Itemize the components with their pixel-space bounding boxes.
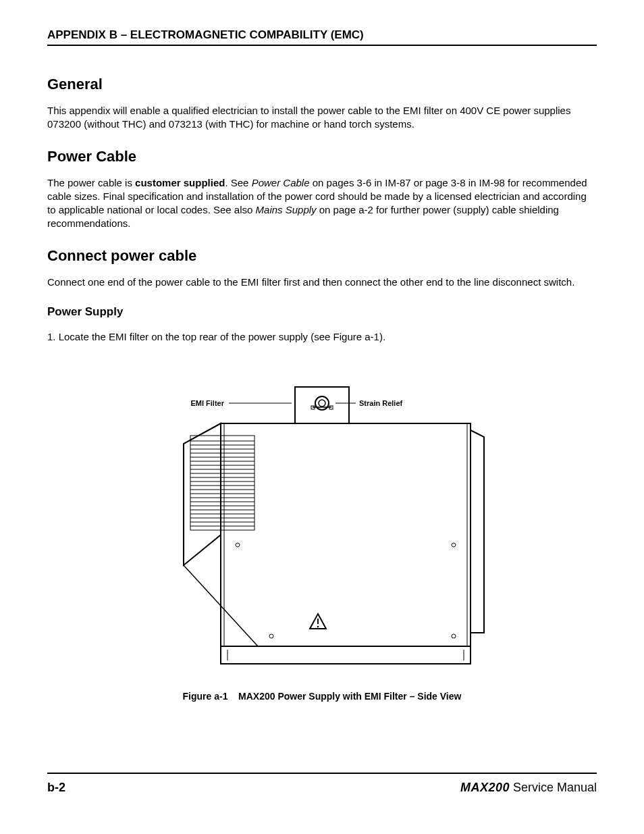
svg-point-3 (315, 396, 329, 410)
svg-point-41 (236, 543, 240, 547)
caption-prefix: Figure a-1 (183, 691, 228, 702)
svg-rect-2 (295, 387, 349, 423)
brand: MAX200 (460, 781, 510, 794)
paragraph-power-cable: The power cable is customer supplied. Se… (47, 176, 597, 231)
warning-icon (310, 614, 326, 629)
text-bold: customer supplied (135, 177, 225, 188)
svg-point-42 (452, 543, 456, 547)
svg-rect-11 (221, 646, 471, 664)
svg-point-47 (317, 625, 319, 627)
svg-point-4 (319, 400, 325, 407)
figure: EMI Filter Strain Relief (47, 383, 597, 702)
page-header: APPENDIX B – ELECTROMAGNETIC COMPABILITY… (47, 28, 597, 46)
heading-power-supply: Power Supply (47, 305, 597, 319)
list-item: Locate the EMI filter on the top rear of… (47, 331, 597, 342)
text-italic: Power Cable (252, 177, 310, 188)
figure-svg: EMI Filter Strain Relief (133, 383, 511, 673)
label-strain-relief: Strain Relief (359, 399, 403, 407)
paragraph-connect: Connect one end of the power cable to th… (47, 276, 597, 289)
heading-connect: Connect power cable (47, 247, 597, 265)
label-emi-filter: EMI Filter (190, 399, 224, 407)
heading-power-cable: Power Cable (47, 148, 597, 165)
svg-point-44 (452, 634, 456, 638)
footer-right: MAX200 Service Manual (460, 781, 597, 795)
svg-point-43 (269, 634, 273, 638)
page-number: b-2 (47, 781, 65, 795)
heading-general: General (47, 76, 597, 93)
text-italic: Mains Supply (256, 204, 317, 215)
caption-text: MAX200 Power Supply with EMI Filter – Si… (238, 691, 461, 702)
svg-rect-17 (190, 436, 254, 530)
steps-list: Locate the EMI filter on the top rear of… (47, 331, 597, 342)
svg-rect-8 (221, 423, 471, 646)
manual-label: Service Manual (510, 781, 597, 794)
text: . See (225, 177, 251, 188)
svg-marker-40 (471, 430, 484, 633)
figure-caption: Figure a-1 MAX200 Power Supply with EMI … (47, 691, 597, 702)
paragraph-general: This appendix will enable a qualified el… (47, 104, 597, 132)
page-footer: b-2 MAX200 Service Manual (47, 773, 597, 795)
text: The power cable is (47, 177, 135, 188)
